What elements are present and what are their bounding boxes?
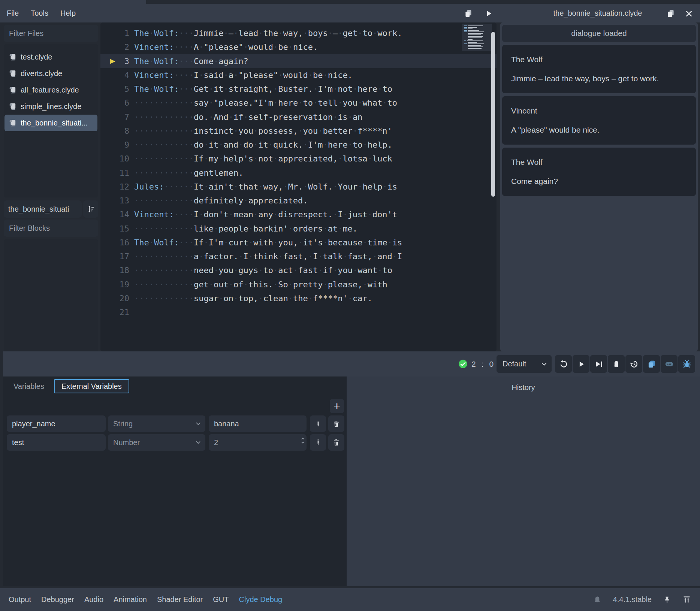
dialogue-text: you,	[278, 238, 298, 247]
dock-tab-audio[interactable]: Audio	[84, 595, 103, 604]
variable-name-input[interactable]: player_name	[7, 415, 106, 432]
delete-variable-button[interactable]	[328, 415, 344, 432]
dock-tab-clyde-debug[interactable]: Clyde Debug	[239, 595, 283, 604]
code-line[interactable]: 5The·Wolf:···Get·it·straight,·Buster.·I'…	[100, 82, 497, 96]
block-select-dropdown[interactable]: Default	[497, 355, 552, 373]
variable-value-input[interactable]: 2	[209, 434, 307, 451]
dialogue-line: Come again?	[511, 177, 687, 186]
code-line[interactable]: 10············If·my·help's·not·appreciat…	[100, 152, 497, 166]
play-from-selection-button[interactable]	[590, 355, 607, 373]
dialogue-text: factor.	[203, 252, 238, 261]
close-icon[interactable]	[684, 8, 694, 19]
counter-column: 0	[489, 360, 494, 369]
code-line[interactable]: 9············do·it·and·do·it·quick.·I'm·…	[100, 138, 497, 152]
menu-tools[interactable]: Tools	[31, 9, 48, 18]
load-previous-button[interactable]	[625, 355, 642, 373]
dialogue-text: I	[194, 70, 199, 80]
restart-button[interactable]	[555, 355, 572, 373]
add-variable-button[interactable]: +	[330, 399, 344, 413]
duplicate-file-icon[interactable]	[666, 8, 676, 19]
variable-name-input[interactable]: test	[7, 434, 106, 451]
dialogue-text: it's	[303, 238, 323, 247]
code-line[interactable]: 11············gentlemen.	[100, 166, 497, 180]
code-line-text: ············definitely·appreciated.	[131, 196, 308, 205]
whitespace-dot: ·	[338, 28, 343, 38]
dialogue-text: any	[258, 210, 273, 219]
dock-tab-output[interactable]: Output	[9, 595, 31, 604]
tab-variables[interactable]: Variables	[9, 379, 49, 394]
code-line[interactable]: 12Jules:······It·ain't·that·way,·Mr.·Wol…	[100, 180, 497, 194]
code-line[interactable]: 16The·Wolf:···If·I'm·curt·with·you,·it's…	[100, 236, 497, 249]
run-script-icon[interactable]	[483, 8, 494, 19]
whitespace-dot: ·	[308, 294, 313, 303]
file-item-selected[interactable]: the_bonnie_situati...	[4, 115, 97, 131]
menu-help[interactable]: Help	[60, 9, 76, 18]
filter-blocks-input[interactable]	[4, 224, 111, 233]
code-line[interactable]: 18············need·you·guys·to·act·fast·…	[100, 263, 497, 277]
play-icon	[577, 360, 585, 368]
dialogue-balloon-button[interactable]	[661, 355, 678, 373]
tab-external-variables[interactable]: External Variables	[54, 379, 129, 393]
code-line[interactable]: 6············say·"please."I'm·here·to·te…	[100, 96, 497, 110]
file-item[interactable]: test.clyde	[4, 49, 98, 65]
copy-dialogue-button[interactable]	[643, 355, 660, 373]
dialogue-text: a	[194, 252, 199, 261]
copy-script-icon[interactable]	[463, 8, 474, 19]
whitespace-dot: ·	[218, 140, 223, 149]
code-line[interactable]: 7············do.·And·if·self-preservatio…	[100, 110, 497, 124]
code-line[interactable]: 14Vincent:····I·don't·mean·any·disrespec…	[100, 208, 497, 221]
file-item[interactable]: diverts.clyde	[4, 65, 98, 82]
code-line[interactable]: 3The·Wolf:···Come·again?	[100, 54, 497, 68]
edit-variable-button[interactable]	[310, 415, 326, 432]
filter-files-input[interactable]	[4, 29, 111, 38]
code-line[interactable]: 20············sugar·on·top,·clean·the·f*…	[100, 291, 497, 305]
block-name-input[interactable]	[4, 200, 82, 218]
whitespace-dot: ·	[229, 280, 233, 289]
code-line[interactable]: 13············definitely·appreciated.	[100, 194, 497, 208]
dialogue-text: I'm	[308, 140, 323, 149]
whitespace-dot: ·	[233, 28, 238, 38]
code-line[interactable]: 19············get·out·of·this.·So·pretty…	[100, 278, 497, 291]
code-line-text: The·Wolf:···If·I'm·curt·with·you,·it's·b…	[131, 238, 402, 247]
code-line[interactable]: 21	[100, 305, 497, 319]
dock-tab-animation[interactable]: Animation	[114, 595, 147, 604]
trash-icon	[332, 420, 340, 428]
code-line[interactable]: 15············like·people·barkin'·orders…	[100, 222, 497, 236]
code-line[interactable]: 8············instinct·you·possess,·you·b…	[100, 124, 497, 138]
code-editor[interactable]: 1The·Wolf:···Jimmie·–·lead·the·way,·boys…	[100, 22, 497, 351]
dialogue-text: If	[194, 238, 204, 247]
scrollbar-thumb[interactable]	[491, 32, 495, 197]
dialogue-preview-panel: dialogue loaded The WolfJimmie – lead th…	[500, 22, 698, 351]
notification-bell-icon[interactable]	[593, 595, 602, 604]
code-line[interactable]: 1The·Wolf:···Jimmie·–·lead·the·way,·boys…	[100, 26, 497, 40]
code-line[interactable]: 17············a·factor.·I·think·fast,·I·…	[100, 249, 497, 263]
dock-tab-shader-editor[interactable]: Shader Editor	[157, 595, 203, 604]
dialogue-text: Get	[194, 84, 209, 94]
file-item[interactable]: simple_lines.clyde	[4, 98, 98, 115]
sort-blocks-button[interactable]	[83, 200, 98, 218]
whitespace-dot: ·	[278, 252, 283, 261]
variable-type-select[interactable]: Number	[108, 434, 205, 451]
dialogue-text: straight,	[229, 84, 273, 94]
editor-scrollbar[interactable]	[491, 22, 496, 351]
code-line[interactable]: 4Vincent:····I·said·a·"please"·would·be·…	[100, 68, 497, 82]
debug-buttons	[555, 355, 695, 373]
code-line[interactable]: 2Vincent:····A·"please"·would·be·nice.	[100, 40, 497, 54]
dock-tab-debugger[interactable]: Debugger	[41, 595, 74, 604]
script-file-icon	[8, 69, 17, 78]
whitespace-dot: ·	[372, 252, 377, 261]
debug-button[interactable]	[678, 355, 695, 373]
play-button[interactable]	[573, 355, 589, 373]
notifications-button[interactable]	[608, 355, 625, 373]
dock-tab-gut[interactable]: GUT	[213, 595, 229, 604]
file-item[interactable]: all_features.clyde	[4, 82, 98, 98]
delete-variable-button[interactable]	[328, 434, 344, 451]
variable-type-select[interactable]: String	[108, 415, 205, 432]
minimap[interactable]	[462, 24, 492, 53]
edit-variable-button[interactable]	[310, 434, 326, 451]
variable-value-input[interactable]: banana	[209, 415, 307, 432]
engine-version: 4.4.1.stable	[613, 595, 652, 604]
pin-panel-icon[interactable]	[663, 596, 671, 604]
expand-panel-icon[interactable]	[682, 595, 691, 604]
menu-file[interactable]: File	[7, 9, 19, 18]
